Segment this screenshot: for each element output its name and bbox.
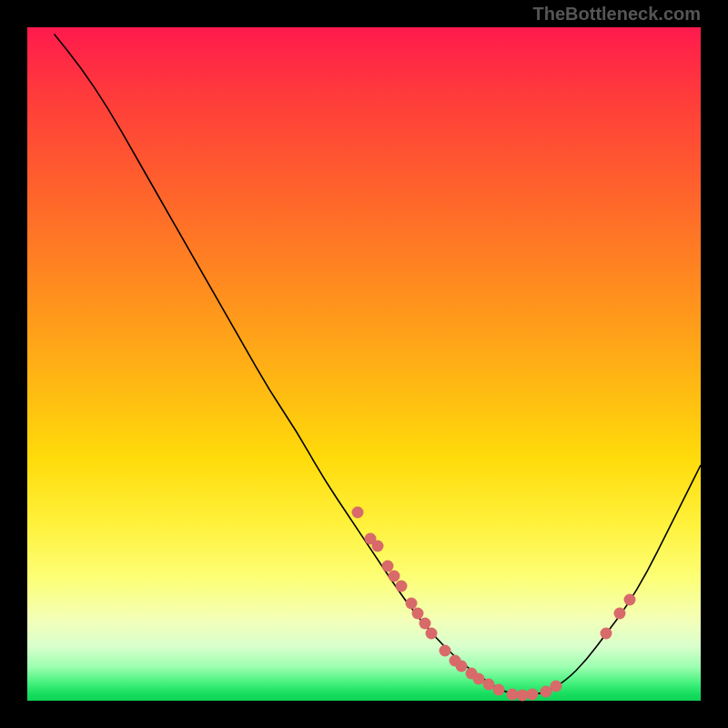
- curve-svg: [27, 27, 701, 701]
- plot-area: [27, 27, 701, 701]
- data-point: [426, 628, 438, 640]
- data-point: [395, 581, 407, 592]
- data-point: [550, 680, 561, 692]
- data-point: [439, 644, 450, 656]
- data-point: [493, 684, 505, 696]
- bottleneck-curve: [55, 34, 701, 694]
- data-point: [371, 540, 383, 551]
- data-point: [614, 607, 626, 619]
- attribution-label: TheBottleneck.com: [533, 4, 701, 25]
- data-point: [601, 628, 612, 640]
- data-point: [624, 594, 636, 606]
- data-point: [351, 506, 363, 518]
- data-point: [527, 688, 539, 700]
